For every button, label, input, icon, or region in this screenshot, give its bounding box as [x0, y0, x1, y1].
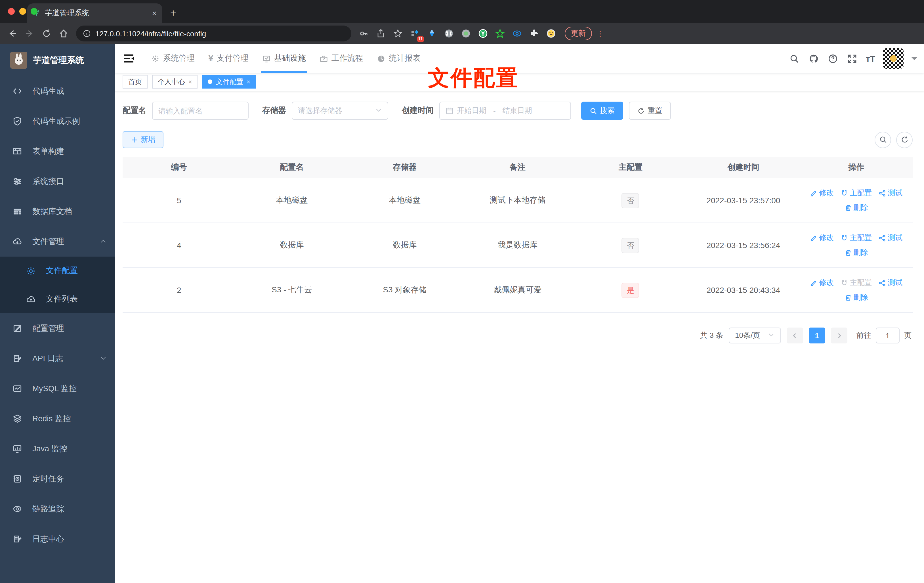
sidebar-item-java-monitor[interactable]: Java 监控	[0, 434, 115, 464]
refresh-table-button[interactable]	[896, 131, 912, 148]
url-bar[interactable]: 127.0.0.1:1024/infra/file/file-config	[76, 26, 351, 41]
nav-item-infrastructure[interactable]: 基础设施	[256, 44, 313, 73]
extension-y-icon[interactable]	[476, 27, 490, 40]
sidebar-item-trace[interactable]: 链路追踪	[0, 494, 115, 524]
help-icon[interactable]	[827, 53, 838, 64]
sidebar-item-file-config[interactable]: 文件配置	[0, 257, 115, 285]
delete-link[interactable]: 删除	[844, 203, 868, 213]
sidebar-item-config-management[interactable]: 配置管理	[0, 313, 115, 344]
tag-home[interactable]: 首页	[122, 75, 148, 89]
test-link[interactable]: 测试	[879, 188, 903, 198]
forward-icon[interactable]	[23, 27, 36, 40]
timer-notebook-icon	[13, 474, 22, 484]
close-icon[interactable]: ×	[188, 78, 192, 85]
close-window-button[interactable]	[8, 8, 15, 15]
extension-pinned-icon[interactable]: 11	[408, 27, 422, 40]
add-button[interactable]: 新增	[122, 131, 163, 148]
edit-link[interactable]: 修改	[810, 233, 834, 243]
bookmark-star-icon[interactable]	[391, 27, 405, 40]
nav-item-system-management[interactable]: 系统管理	[144, 44, 201, 73]
browser-update-button[interactable]: 更新	[565, 27, 592, 40]
date-range-picker[interactable]: 开始日期 - 结束日期	[439, 102, 571, 120]
tag-file-config[interactable]: 文件配置×	[202, 75, 256, 89]
set-master-link[interactable]: 主配置	[841, 188, 872, 198]
nav-item-label: 基础设施	[274, 53, 306, 64]
storage-select[interactable]: 请选择存储器	[292, 102, 388, 120]
page-content: 配置名 存储器 请选择存储器 创建时间 开始日期 - 结束日期	[115, 91, 924, 583]
toggle-search-button[interactable]	[874, 131, 891, 148]
sidebar-item-api-log[interactable]: API 日志	[0, 344, 115, 373]
collapse-sidebar-icon[interactable]	[122, 52, 135, 65]
trash-icon	[844, 294, 851, 301]
set-master-link[interactable]: 主配置	[841, 233, 872, 243]
reset-button[interactable]: 重置	[629, 102, 671, 120]
share-icon[interactable]	[374, 27, 388, 40]
edit-link[interactable]: 修改	[810, 277, 834, 288]
page-number-button[interactable]: 1	[809, 327, 825, 344]
home-icon[interactable]	[57, 27, 70, 40]
site-info-icon[interactable]	[83, 30, 91, 38]
window-controls[interactable]	[8, 8, 38, 15]
browser-menu-icon[interactable]: ⋮	[597, 29, 604, 38]
maximize-window-button[interactable]	[31, 8, 38, 15]
page-size-select[interactable]: 10条/页	[729, 327, 781, 344]
sidebar-item-form-builder[interactable]: 表单构建	[0, 136, 115, 166]
edit-link[interactable]: 修改	[810, 188, 834, 198]
magnet-icon	[841, 234, 848, 241]
delete-link[interactable]: 删除	[844, 248, 868, 258]
sidebar-item-mysql-monitor[interactable]: MySQL 监控	[0, 373, 115, 404]
sidebar-item-system-api[interactable]: 系统接口	[0, 166, 115, 197]
delete-link[interactable]: 删除	[844, 292, 868, 302]
goto-page-input[interactable]	[876, 327, 899, 344]
chart-line-icon	[13, 384, 22, 393]
logo-avatar	[10, 52, 27, 69]
password-key-icon[interactable]	[357, 27, 371, 40]
annotation-title: 文件配置	[428, 64, 519, 92]
test-link[interactable]: 测试	[879, 277, 903, 288]
new-tab-button[interactable]: +	[170, 7, 176, 19]
next-page-button[interactable]	[831, 327, 847, 344]
search-icon[interactable]	[789, 53, 800, 64]
back-icon[interactable]	[6, 27, 19, 40]
sidebar-item-code-gen-example[interactable]: 代码生成示例	[0, 106, 115, 136]
extension-dot-icon[interactable]	[459, 27, 473, 40]
reload-icon[interactable]	[40, 27, 53, 40]
sidebar-item-log-center[interactable]: 日志中心	[0, 524, 115, 554]
extension-command-icon[interactable]	[442, 27, 456, 40]
config-name-input[interactable]	[152, 102, 249, 120]
search-button[interactable]: 搜索	[581, 102, 623, 120]
github-icon[interactable]	[808, 53, 819, 64]
extension-star-icon[interactable]	[493, 27, 507, 40]
extensions-puzzle-icon[interactable]	[527, 27, 541, 40]
prev-page-button[interactable]	[787, 327, 803, 344]
nav-item-payment-management[interactable]: ¥ 支付管理	[201, 44, 256, 73]
fullscreen-icon[interactable]	[846, 53, 858, 64]
goto-label: 前往	[856, 330, 871, 340]
browser-tab[interactable]: 芋道管理系统 ×	[27, 3, 162, 23]
avatar[interactable]	[883, 48, 904, 69]
sidebar-item-redis-monitor[interactable]: Redis 监控	[0, 404, 115, 434]
sidebar-item-code-generation[interactable]: 代码生成	[0, 76, 115, 106]
sidebar-item-scheduled-tasks[interactable]: 定时任务	[0, 464, 115, 494]
test-link[interactable]: 测试	[879, 233, 903, 243]
app-logo[interactable]: 芋道管理系统	[0, 44, 115, 76]
sidebar-item-file-list[interactable]: 文件列表	[0, 285, 115, 313]
sidebar-item-label: Redis 监控	[32, 413, 71, 424]
font-size-icon[interactable]: тT	[866, 54, 875, 63]
sidebar-item-db-doc[interactable]: 数据库文档	[0, 197, 115, 226]
avatar-dropdown-caret-icon[interactable]	[911, 57, 917, 63]
close-icon[interactable]: ×	[247, 78, 250, 85]
minimize-window-button[interactable]	[19, 8, 26, 15]
master-tag: 否	[622, 193, 639, 208]
nav-item-statistics[interactable]: 统计报表	[370, 44, 427, 73]
pencil-icon	[810, 279, 817, 286]
profile-emoji-icon[interactable]	[544, 27, 558, 40]
shield-check-icon	[13, 116, 22, 126]
extension-eye-icon[interactable]	[510, 27, 524, 40]
tag-profile[interactable]: 个人中心×	[152, 75, 198, 89]
sidebar-item-file-management[interactable]: 文件管理	[0, 226, 115, 257]
nav-item-workflow[interactable]: 工作流程	[313, 44, 370, 73]
extension-kite-icon[interactable]	[425, 27, 439, 40]
refresh-icon	[637, 107, 645, 114]
tab-close-icon[interactable]: ×	[152, 8, 157, 18]
